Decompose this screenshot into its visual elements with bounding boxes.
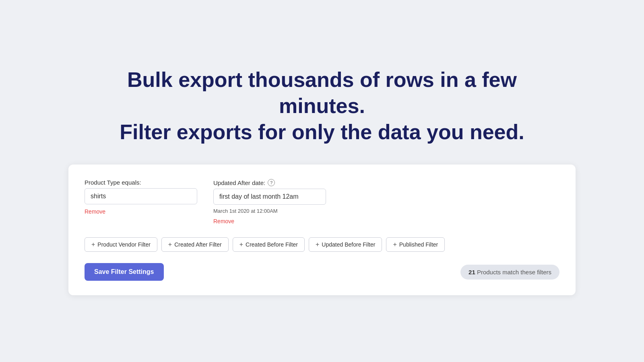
updated-after-label-text: Updated After date: bbox=[213, 179, 265, 186]
plus-icon-vendor: + bbox=[91, 241, 95, 248]
updated-after-input[interactable] bbox=[213, 189, 326, 205]
published-filter-label: Published Filter bbox=[399, 241, 438, 248]
plus-icon-updated-before: + bbox=[316, 241, 319, 248]
hero-line-2: Filter exports for only the data you nee… bbox=[120, 120, 524, 144]
remove-product-type-button[interactable]: Remove bbox=[85, 208, 105, 215]
bottom-row: Save Filter Settings 21 Products match t… bbox=[85, 263, 559, 281]
product-type-label-text: Product Type equals: bbox=[85, 179, 141, 186]
hero-section: Bulk export thousands of rows in a few m… bbox=[101, 67, 543, 145]
add-published-filter-button[interactable]: + Published Filter bbox=[386, 237, 445, 252]
created-before-filter-label: Created Before Filter bbox=[246, 241, 298, 248]
active-filters-row: Product Type equals: Remove Updated Afte… bbox=[85, 179, 559, 224]
match-description: Products match these filters bbox=[477, 269, 551, 276]
plus-icon-published: + bbox=[393, 241, 396, 248]
add-created-before-filter-button[interactable]: + Created Before Filter bbox=[233, 237, 305, 252]
plus-icon-created-after: + bbox=[168, 241, 172, 248]
product-type-input[interactable] bbox=[85, 188, 197, 204]
match-badge: 21 Products match these filters bbox=[460, 265, 559, 280]
hero-title: Bulk export thousands of rows in a few m… bbox=[101, 67, 543, 145]
updated-after-subtext: March 1st 2020 at 12:00AM bbox=[213, 208, 326, 214]
filter-card: Product Type equals: Remove Updated Afte… bbox=[68, 165, 576, 295]
created-after-filter-label: Created After Filter bbox=[174, 241, 222, 248]
add-created-after-filter-button[interactable]: + Created After Filter bbox=[161, 237, 229, 252]
save-filter-settings-button[interactable]: Save Filter Settings bbox=[85, 263, 164, 281]
remove-updated-after-button[interactable]: Remove bbox=[213, 218, 234, 224]
product-type-filter-group: Product Type equals: Remove bbox=[85, 179, 197, 215]
product-type-label: Product Type equals: bbox=[85, 179, 197, 186]
updated-after-label: Updated After date: ? bbox=[213, 179, 326, 186]
add-filters-row: + Product Vendor Filter + Created After … bbox=[85, 237, 559, 252]
match-count: 21 bbox=[469, 269, 475, 276]
product-vendor-filter-label: Product Vendor Filter bbox=[97, 241, 151, 248]
plus-icon-created-before: + bbox=[239, 241, 243, 248]
add-product-vendor-filter-button[interactable]: + Product Vendor Filter bbox=[85, 237, 157, 252]
add-updated-before-filter-button[interactable]: + Updated Before Filter bbox=[309, 237, 382, 252]
updated-after-filter-group: Updated After date: ? March 1st 2020 at … bbox=[213, 179, 326, 224]
updated-before-filter-label: Updated Before Filter bbox=[322, 241, 375, 248]
hero-line-1: Bulk export thousands of rows in a few m… bbox=[127, 68, 517, 117]
updated-after-help-icon[interactable]: ? bbox=[268, 179, 275, 186]
